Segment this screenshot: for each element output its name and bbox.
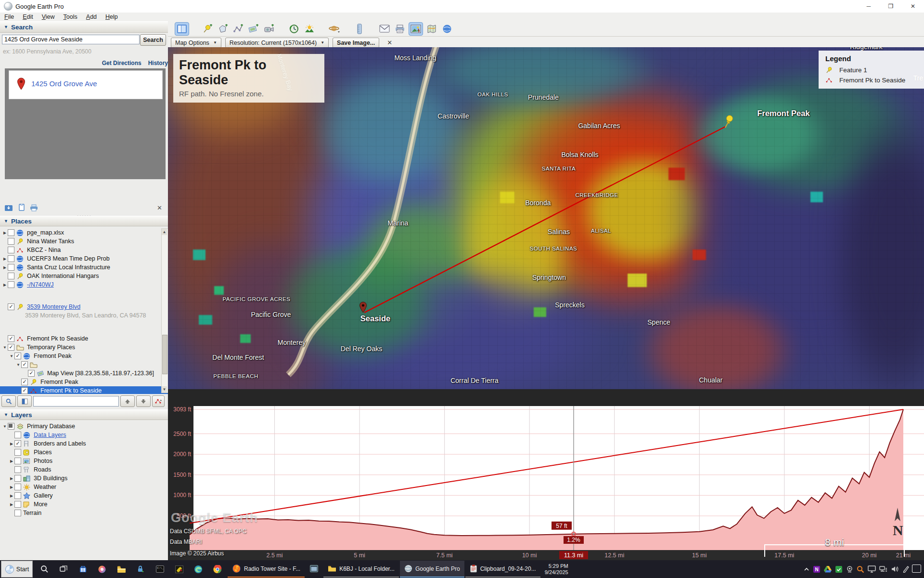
tree-item-label[interactable]: Roads — [34, 466, 51, 473]
taskbar-window-k6bj-local-folder-[interactable]: K6BJ - Local Folder... — [323, 561, 399, 578]
taskbar-chrome-icon[interactable] — [208, 560, 227, 578]
tree-item-temporary-places[interactable]: ▼✓Temporary Places — [0, 343, 75, 352]
tree-item-label[interactable]: OAK International Hangars — [27, 273, 99, 279]
history-link[interactable]: History — [148, 60, 168, 66]
tray-volume-icon[interactable] — [891, 565, 899, 573]
taskbar-search-icon[interactable] — [35, 560, 54, 578]
email-button[interactable] — [378, 23, 391, 35]
checkbox[interactable]: ✓ — [8, 335, 14, 342]
checkbox[interactable]: ✓ — [28, 370, 35, 377]
tree-item-oak-international-hangars[interactable]: OAK International Hangars — [0, 272, 99, 280]
globe-view-button[interactable] — [440, 23, 454, 35]
save-image-button[interactable]: Save Image... — [333, 38, 379, 48]
tree-item-fremont-peak[interactable]: ▼✓Fremont Peak — [0, 352, 72, 360]
move-up-button[interactable] — [120, 395, 135, 407]
expand-icon[interactable]: ▶ — [9, 494, 14, 498]
checkbox[interactable] — [14, 432, 21, 438]
close-button[interactable]: ✕ — [902, 0, 924, 13]
taskbar-media-icon[interactable] — [169, 560, 189, 578]
checkbox[interactable]: ✓ — [21, 379, 28, 385]
minimize-button[interactable]: ─ — [858, 0, 880, 13]
ruler-button[interactable] — [353, 23, 366, 35]
expand-icon[interactable]: ▶ — [9, 485, 14, 489]
tree-item-gallery[interactable]: ▶Gallery — [0, 491, 53, 500]
checkbox[interactable]: ✓ — [14, 440, 21, 447]
tree-item-map-view-38-23-35-58-118-97-12[interactable]: ✓Map View [38.23,35.58,-118.97,-123.36] — [0, 369, 154, 378]
menu-help[interactable]: Help — [101, 13, 122, 21]
checkbox[interactable] — [14, 449, 21, 456]
tree-item-label[interactable]: Fremont Pk to Seaside — [27, 335, 88, 342]
checkbox[interactable]: ✓ — [8, 344, 14, 351]
add-to-places-icon[interactable] — [5, 204, 13, 211]
tree-item-borders-and-labels[interactable]: ▶✓Borders and Labels — [0, 439, 86, 448]
layers-panel-header[interactable]: ▼ Layers — [0, 409, 168, 420]
tray-chevron-icon[interactable] — [804, 566, 809, 572]
tree-item-label[interactable]: More — [34, 501, 47, 508]
switch-planet-button[interactable] — [328, 23, 341, 35]
tree-item-label[interactable]: Places — [34, 449, 52, 456]
seaside-marker-pin[interactable] — [359, 302, 367, 313]
close-save-toolbar-icon[interactable]: ✕ — [387, 39, 392, 46]
tree-item-label[interactable]: Temporary Places — [27, 344, 75, 351]
tray-webcam-icon[interactable] — [846, 565, 853, 573]
get-directions-link[interactable]: Get Directions — [102, 60, 141, 66]
tree-item-ucerf3-mean-time-dep-prob[interactable]: ▶UCERF3 Mean Time Dep Prob — [0, 254, 110, 263]
start-button[interactable]: Start — [1, 561, 33, 578]
tree-item-fremont-pk-to-seaside[interactable]: ✓Fremont Pk to Seaside — [0, 386, 168, 394]
toggle-sidebar-button[interactable] — [175, 22, 189, 36]
clear-results-icon[interactable]: ✕ — [157, 204, 162, 211]
taskbar-window-google-earth-pro[interactable]: Google Earth Pro — [400, 561, 464, 578]
checkbox[interactable] — [14, 501, 21, 508]
collapse-icon[interactable]: ▼ — [2, 424, 8, 429]
collapse-icon[interactable]: ▼ — [2, 345, 8, 350]
checkbox[interactable] — [14, 510, 21, 516]
taskbar-taskview-icon[interactable] — [54, 560, 73, 578]
checkbox[interactable]: ✓ — [14, 353, 21, 359]
menu-edit[interactable]: Edit — [18, 13, 38, 21]
taskbar-window-app[interactable] — [306, 561, 322, 578]
tree-item-weather[interactable]: ▶Weather — [0, 483, 56, 491]
tree-item-label[interactable]: Fremont Peak — [40, 379, 78, 385]
tree-item-label[interactable]: Gallery — [34, 492, 53, 499]
print-icon[interactable] — [30, 204, 38, 211]
places-search-button[interactable] — [1, 395, 16, 407]
expand-icon[interactable]: ▶ — [2, 265, 8, 270]
tree-item-more[interactable]: ▶More — [0, 500, 47, 509]
checkbox[interactable] — [8, 229, 14, 236]
checkbox[interactable]: ✓ — [21, 361, 28, 368]
notification-center-icon[interactable] — [912, 565, 921, 573]
menu-view[interactable]: View — [38, 13, 59, 21]
elevation-chart[interactable]: 3093 ft2500 ft2000 ft1500 ft1000 ft500 f… — [168, 389, 924, 560]
tree-item-photos[interactable]: ▶Photos — [0, 457, 52, 465]
tree-item-label[interactable]: Fremont Peak — [34, 353, 72, 359]
print-button[interactable] — [393, 23, 407, 35]
tree-item-fremont-pk-to-seaside[interactable]: ✓Fremont Pk to Seaside — [0, 334, 88, 343]
collapse-icon[interactable]: ▼ — [15, 363, 21, 367]
tree-item-pge-map-xlsx[interactable]: ▶pge_map.xlsx — [0, 228, 64, 237]
checkbox[interactable] — [14, 458, 21, 464]
tree-item-label[interactable]: Santa Cruz Local Infrastructure — [27, 264, 110, 271]
menu-add[interactable]: Add — [82, 13, 101, 21]
search-result-item[interactable]: 1425 Ord Grove Ave — [9, 70, 163, 99]
checkbox[interactable] — [8, 238, 14, 245]
menu-tools[interactable]: Tools — [59, 13, 82, 21]
result-address[interactable]: 1425 Ord Grove Ave — [31, 79, 97, 88]
tray-display-icon[interactable] — [868, 565, 876, 573]
tree-item-label[interactable]: Terrain — [23, 510, 41, 516]
move-down-button[interactable] — [136, 395, 151, 407]
checkbox[interactable] — [8, 273, 14, 279]
tree-item-label[interactable]: -/N740WJ — [27, 281, 54, 288]
tree-item-label[interactable]: Photos — [34, 458, 52, 464]
places-filter-input[interactable] — [33, 396, 119, 407]
taskbar-vpn-icon[interactable] — [131, 560, 150, 578]
taskbar-edge-icon[interactable] — [189, 560, 208, 578]
tree-item-data-layers[interactable]: Data Layers — [0, 431, 66, 439]
checkbox[interactable]: ✓ — [8, 303, 14, 310]
tree-item-3d-buildings[interactable]: ▶3D Buildings — [0, 474, 67, 483]
add-placemark-button[interactable] — [201, 23, 214, 35]
tree-item-terrain[interactable]: Terrain — [0, 509, 41, 517]
expand-icon[interactable]: ▶ — [2, 257, 8, 261]
tree-item-label[interactable]: Primary Database — [27, 423, 75, 430]
add-image-overlay-button[interactable] — [247, 23, 260, 35]
search-input[interactable] — [2, 35, 140, 44]
